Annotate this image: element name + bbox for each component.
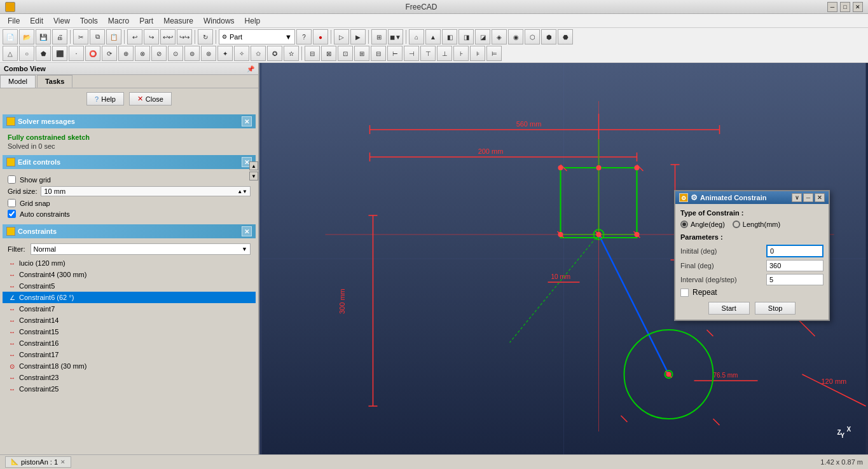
part-btn5[interactable]: ⬝ [69,46,84,61]
cut-button[interactable]: ✂ [73,29,88,44]
undo-button[interactable]: ↩ [127,29,142,44]
refresh-button[interactable]: ↻ [198,29,213,44]
minimize-button[interactable]: ─ [827,2,837,12]
view-iso3-button[interactable]: ⬡ [525,29,540,44]
part-btn14[interactable]: ✦ [217,46,233,61]
menu-macro[interactable]: Macro [103,15,134,27]
grid-snap-checkbox[interactable] [8,199,16,207]
part-btn6[interactable]: ⭕ [85,46,100,61]
part-btn4[interactable]: ⬛ [52,46,67,61]
scroll-down-btn[interactable]: ▼ [249,172,258,180]
view-rear-button[interactable]: ◪ [475,29,490,44]
view-home-button[interactable]: ⌂ [409,29,424,44]
type-angle-option[interactable]: Angle(deg) [680,221,725,228]
constraint-item-9[interactable]: ↔ Constraint17 [3,349,256,360]
filter-dropdown[interactable]: Normal ▼ [31,243,251,255]
constraint-item-6[interactable]: ↔ Constraint14 [3,315,256,326]
constraint-item-4[interactable]: ∠ Constraint6 (62 °) [3,292,256,303]
constraint-item-5[interactable]: ↔ Constraint7 [3,303,256,315]
part-btn25[interactable]: ⊣ [404,46,419,61]
constraint-item-1[interactable]: ↔ lucio (120 mm) [3,257,256,269]
menu-help[interactable]: Help [240,15,266,27]
start-button[interactable]: Start [708,302,750,315]
repeat-checkbox[interactable] [680,289,689,297]
help-button[interactable]: ? Help [86,92,124,105]
tab-close-icon[interactable]: ✕ [60,459,65,465]
record-button[interactable]: ● [313,29,328,44]
view-btn2[interactable]: ▶ [350,29,366,44]
menu-tools[interactable]: Tools [75,15,103,27]
part-btn11[interactable]: ⊙ [168,46,183,61]
grid-size-input[interactable]: 10 mm ▲▼ [41,186,251,196]
grid-size-spinner-icon[interactable]: ▲▼ [237,189,247,194]
length-radio-button[interactable] [733,221,740,228]
dialog-collapse-button[interactable]: ∨ [792,193,802,202]
menu-part[interactable]: Part [134,15,158,27]
part-btn13[interactable]: ⊛ [201,46,216,61]
help-toolbar-button[interactable]: ? [296,29,312,44]
constraint-item-8[interactable]: ↔ Constraint16 [3,337,256,349]
view-iso2-button[interactable]: ◉ [508,29,523,44]
constraint-item-11[interactable]: ↔ Constraint23 [3,372,256,383]
window-controls[interactable]: ─ □ ✕ [827,2,863,12]
part-btn30[interactable]: ⊨ [486,46,502,61]
menu-view[interactable]: View [48,15,75,27]
restore-button[interactable]: □ [840,2,850,12]
dialog-close-button[interactable]: ✕ [815,193,825,202]
final-input[interactable] [766,260,823,271]
initial-input[interactable] [766,245,823,257]
view-iso1-button[interactable]: ◈ [492,29,507,44]
constraint-item-10[interactable]: ⊙ Constraint18 (30 mm) [3,360,256,372]
view-std-button[interactable]: ⬣ [558,29,573,44]
menu-edit[interactable]: Edit [25,15,48,27]
constraints-close-icon[interactable]: ✕ [242,226,252,236]
close-button[interactable]: ✕ [853,2,863,12]
part-btn16[interactable]: ✩ [251,46,266,61]
constraints-header[interactable]: Constraints ✕ [3,224,256,238]
part-btn22[interactable]: ⊞ [354,46,369,61]
part-btn1[interactable]: △ [3,46,18,61]
part-btn12[interactable]: ⊚ [184,46,200,61]
copy-button[interactable]: ⧉ [90,29,105,44]
redo2-button[interactable]: ↪↪ [177,29,192,44]
part-btn24[interactable]: ⊢ [387,46,403,61]
part-btn8[interactable]: ⊕ [118,46,134,61]
edit-controls-header[interactable]: Edit controls ✕ [3,155,256,169]
constraint-item-12[interactable]: ↔ Constraint25 [3,383,256,395]
part-btn9[interactable]: ⊗ [135,46,150,61]
redo-button[interactable]: ↪ [144,29,159,44]
view-top-button[interactable]: ▲ [425,29,441,44]
part-btn28[interactable]: ⊦ [453,46,469,61]
scroll-up-btn[interactable]: ▲ [249,161,258,170]
constraint-item-3[interactable]: ↔ Constraint5 [3,280,256,292]
part-btn10[interactable]: ⊘ [151,46,167,61]
view-front-button[interactable]: ◧ [442,29,457,44]
part-btn20[interactable]: ⊠ [321,46,336,61]
stop-button[interactable]: Stop [755,302,796,315]
save-button[interactable]: 💾 [36,29,51,44]
undo2-button[interactable]: ↩↩ [160,29,176,44]
part-btn29[interactable]: ⊧ [470,46,485,61]
part-btn17[interactable]: ✪ [267,46,282,61]
part-btn18[interactable]: ✫ [284,46,299,61]
view-iso4-button[interactable]: ⬢ [541,29,556,44]
print-button[interactable]: 🖨 [52,29,67,44]
menu-measure[interactable]: Measure [158,15,198,27]
angle-radio-button[interactable] [680,221,688,228]
dialog-minimize-button[interactable]: ─ [803,193,813,202]
interval-input[interactable] [766,274,823,285]
solver-close-icon[interactable]: ✕ [242,116,252,126]
constraint-item-7[interactable]: ↔ Constraint15 [3,326,256,337]
show-grid-checkbox[interactable] [8,175,16,184]
tab-model[interactable]: Model [0,75,36,88]
menu-windows[interactable]: Windows [198,15,240,27]
paste-button[interactable]: 📋 [106,29,121,44]
view-right-button[interactable]: ◨ [458,29,474,44]
type-length-option[interactable]: Length(mm) [733,221,780,228]
part-btn15[interactable]: ✧ [234,46,249,61]
close-sketch-button[interactable]: ✕ Close [129,92,172,105]
piston-tab[interactable]: 📐 pistonAn : 1 ✕ [5,456,71,468]
part-btn27[interactable]: ⊥ [437,46,452,61]
part-btn23[interactable]: ⊟ [371,46,386,61]
workbench-dropdown[interactable]: ⚙ Part ▼ [219,29,295,44]
